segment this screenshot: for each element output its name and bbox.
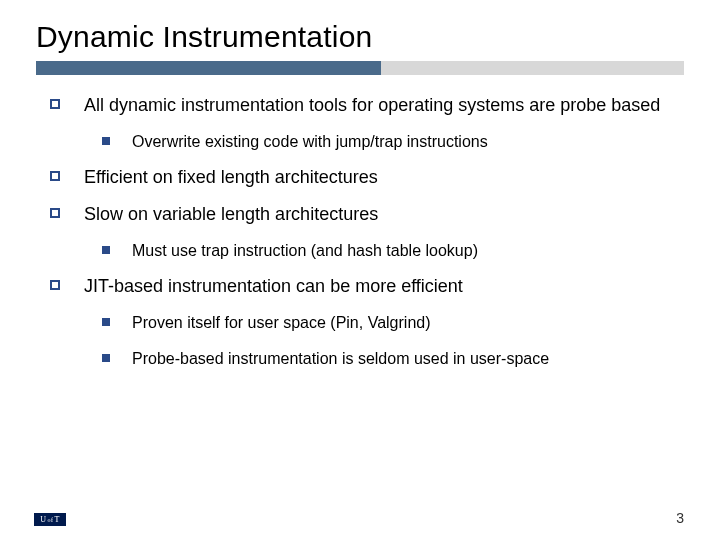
underline-accent bbox=[36, 61, 381, 75]
bullet-level-2: Probe-based instrumentation is seldom us… bbox=[102, 348, 670, 370]
hollow-square-icon bbox=[50, 171, 60, 181]
filled-square-icon bbox=[102, 137, 110, 145]
page-number: 3 bbox=[676, 510, 684, 526]
bullet-text: Slow on variable length architectures bbox=[84, 203, 378, 227]
title-area: Dynamic Instrumentation bbox=[0, 0, 720, 75]
bullet-level-2: Must use trap instruction (and hash tabl… bbox=[102, 240, 670, 262]
bullet-text: Probe-based instrumentation is seldom us… bbox=[132, 348, 549, 370]
slide-title: Dynamic Instrumentation bbox=[36, 20, 720, 54]
hollow-square-icon bbox=[50, 99, 60, 109]
slide-content: All dynamic instrumentation tools for op… bbox=[0, 75, 720, 369]
bullet-text: Proven itself for user space (Pin, Valgr… bbox=[132, 312, 431, 334]
bullet-level-1: JIT-based instrumentation can be more ef… bbox=[50, 275, 670, 299]
bullet-level-2: Overwrite existing code with jump/trap i… bbox=[102, 131, 670, 153]
filled-square-icon bbox=[102, 318, 110, 326]
bullet-level-1: All dynamic instrumentation tools for op… bbox=[50, 94, 670, 118]
filled-square-icon bbox=[102, 246, 110, 254]
filled-square-icon bbox=[102, 354, 110, 362]
bullet-level-1: Efficient on fixed length architectures bbox=[50, 166, 670, 190]
university-logo: UofT bbox=[34, 513, 66, 526]
bullet-text: All dynamic instrumentation tools for op… bbox=[84, 94, 660, 118]
hollow-square-icon bbox=[50, 280, 60, 290]
bullet-text: Overwrite existing code with jump/trap i… bbox=[132, 131, 488, 153]
bullet-text: Must use trap instruction (and hash tabl… bbox=[132, 240, 478, 262]
underline-muted bbox=[381, 61, 684, 75]
title-underline bbox=[36, 61, 684, 75]
bullet-level-1: Slow on variable length architectures bbox=[50, 203, 670, 227]
footer: UofT 3 bbox=[0, 504, 720, 526]
bullet-level-2: Proven itself for user space (Pin, Valgr… bbox=[102, 312, 670, 334]
bullet-text: Efficient on fixed length architectures bbox=[84, 166, 378, 190]
hollow-square-icon bbox=[50, 208, 60, 218]
bullet-text: JIT-based instrumentation can be more ef… bbox=[84, 275, 463, 299]
